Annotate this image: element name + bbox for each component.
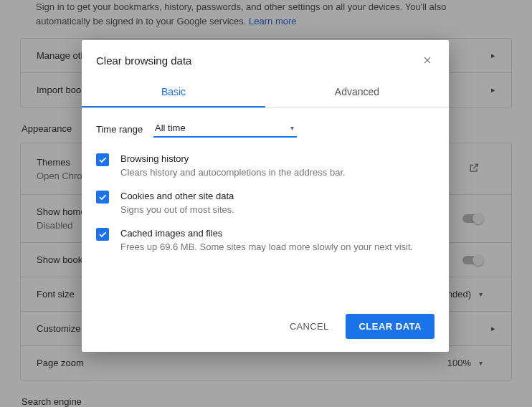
close-icon[interactable] [420, 53, 434, 67]
tab-basic[interactable]: Basic [82, 79, 265, 107]
option-description: Signs you out of most sites. [120, 204, 234, 215]
checkbox-checked-icon[interactable] [96, 191, 109, 204]
clear-data-button[interactable]: CLEAR DATA [346, 314, 434, 339]
chevron-down-icon: ▾ [290, 124, 294, 132]
option-title: Cached images and files [120, 228, 413, 239]
tab-advanced[interactable]: Advanced [265, 79, 449, 107]
clear-browsing-data-dialog: Clear browsing data Basic Advanced Time … [82, 40, 449, 352]
option-title: Browsing history [120, 153, 346, 164]
option-title: Cookies and other site data [120, 191, 234, 201]
option-cookies[interactable]: Cookies and other site data Signs you ou… [82, 182, 449, 219]
time-range-select[interactable]: All time ▾ [153, 121, 297, 138]
dialog-tabs: Basic Advanced [82, 79, 449, 108]
option-cached-images[interactable]: Cached images and files Frees up 69.6 MB… [82, 219, 449, 257]
checkbox-checked-icon[interactable] [96, 153, 109, 166]
time-range-value: All time [155, 123, 186, 133]
option-description: Clears history and autocompletions in th… [120, 167, 346, 178]
checkbox-checked-icon[interactable] [96, 228, 109, 241]
dialog-title: Clear browsing data [96, 54, 191, 67]
option-browsing-history[interactable]: Browsing history Clears history and auto… [82, 145, 449, 182]
option-description: Frees up 69.6 MB. Some sites may load mo… [120, 241, 413, 252]
time-range-label: Time range [96, 124, 153, 135]
cancel-button[interactable]: CANCEL [281, 314, 338, 339]
